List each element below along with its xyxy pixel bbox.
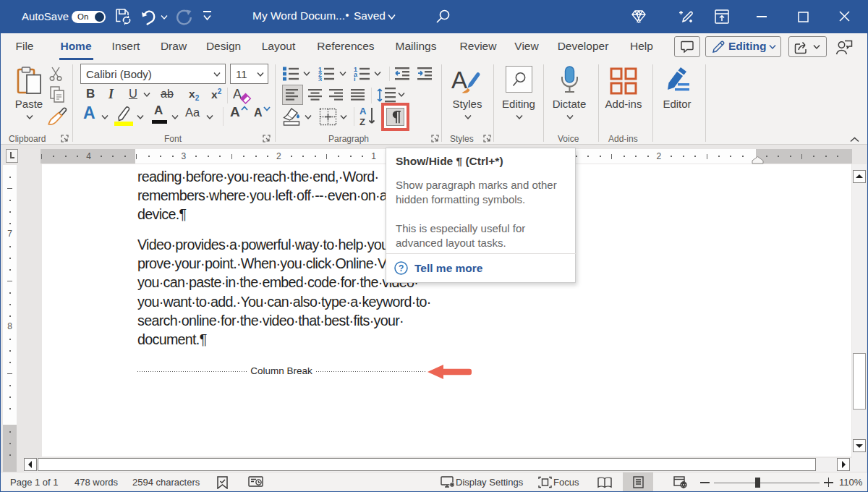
svg-text:A: A	[359, 106, 367, 116]
svg-text:3: 3	[318, 76, 322, 82]
svg-text:A: A	[451, 67, 467, 93]
svg-text:?: ?	[399, 263, 404, 273]
svg-text:A: A	[233, 87, 242, 101]
svg-text:i: i	[354, 76, 356, 82]
svg-text:Z: Z	[359, 116, 365, 126]
